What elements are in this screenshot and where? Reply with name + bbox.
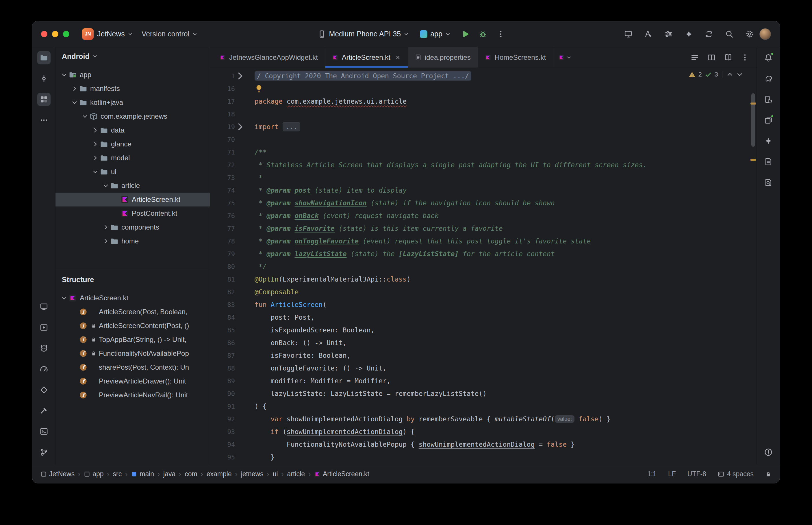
code-text[interactable]: */ (245, 263, 267, 270)
line-number[interactable]: 86 (210, 339, 235, 347)
code-text[interactable]: package com.example.jetnews.ui.article (245, 97, 407, 105)
tree-item-functionalitynotavailablepop[interactable]: fFunctionalityNotAvailablePop (56, 347, 210, 360)
line-number[interactable]: 73 (210, 174, 235, 181)
code-text[interactable]: * Stateless Article Screen that displays… (245, 161, 647, 169)
code-text[interactable]: if (showUnimplementedActionDialog) { (245, 428, 415, 435)
terminal-button[interactable] (37, 425, 50, 438)
line-number[interactable]: 74 (210, 187, 235, 194)
services-button[interactable] (37, 321, 50, 334)
editor-more-button[interactable] (741, 54, 749, 61)
fold-gutter[interactable] (235, 71, 245, 81)
line-number[interactable]: 70 (210, 136, 235, 143)
line-number[interactable]: 19 (210, 123, 235, 131)
breadcrumb-example[interactable]: example (207, 470, 232, 478)
app-inspection-button[interactable] (37, 383, 50, 396)
tree-item-components[interactable]: components (56, 220, 210, 234)
line-number[interactable]: 84 (210, 314, 235, 321)
run-button[interactable] (458, 27, 472, 41)
device-selector[interactable]: Medium Phone API 35 (314, 27, 412, 41)
ai-actions-button[interactable] (641, 27, 655, 41)
structure-button[interactable] (37, 93, 50, 106)
code-text[interactable]: modifier: Modifier = Modifier, (245, 377, 391, 385)
line-number[interactable]: 95 (210, 454, 235, 461)
settings-button[interactable] (743, 27, 756, 41)
previous-problem-icon[interactable] (726, 71, 734, 78)
editor-list-button[interactable] (691, 54, 699, 61)
intention-bulb-icon[interactable] (254, 84, 263, 93)
device-explorer-button[interactable] (762, 93, 775, 106)
breadcrumb-java[interactable]: java (163, 470, 175, 478)
tree-item-topappbar-string-unit[interactable]: fTopAppBar(String, () -> Unit, (56, 333, 210, 347)
line-number[interactable]: 81 (210, 276, 235, 283)
tree-item-articlescreencontent-post[interactable]: fArticleScreenContent(Post, () (56, 319, 210, 333)
tab-articlescreen-kt[interactable]: ArticleScreen.kt (325, 47, 408, 68)
code-text[interactable]: * @param showNavigationIcon (state) if t… (245, 199, 555, 207)
breadcrumb-ui[interactable]: ui (273, 470, 278, 478)
app-quality-insights-button[interactable] (762, 155, 775, 168)
problems-button[interactable] (762, 446, 775, 459)
project-folder-button[interactable] (37, 51, 50, 64)
tree-item-article[interactable]: article (56, 179, 210, 193)
write-access-lock[interactable] (765, 471, 771, 477)
indent-config[interactable]: 4 spaces (718, 470, 754, 478)
profiler-button[interactable] (37, 362, 50, 376)
line-number[interactable]: 71 (210, 149, 235, 156)
code-text[interactable]: FunctionalityNotAvailablePopup { showUni… (245, 441, 575, 448)
tab-homescreens-kt[interactable]: HomeScreens.kt (478, 47, 553, 68)
line-number[interactable]: 79 (210, 250, 235, 258)
search-everywhere-button[interactable] (722, 27, 736, 41)
tree-item-kotlin-java[interactable]: kotlin+java (56, 95, 210, 109)
warning-stripe-mark[interactable] (751, 103, 756, 105)
app-menu-button[interactable]: JetNews (94, 27, 136, 41)
tree-item-ui[interactable]: ui (56, 165, 210, 179)
breadcrumb-articlescreen-kt[interactable]: ArticleScreen.kt (314, 470, 369, 478)
code-text[interactable]: var showUnimplementedActionDialog by rem… (245, 415, 610, 423)
running-devices-button[interactable] (762, 114, 775, 127)
code-text[interactable]: import ... (245, 122, 300, 131)
documentation-button[interactable] (724, 54, 732, 61)
profile-avatar[interactable] (759, 28, 771, 40)
breadcrumb-src[interactable]: src (113, 470, 122, 478)
breadcrumb-jetnews[interactable]: JetNews (41, 470, 75, 478)
more-tool-windows-button[interactable] (37, 114, 50, 127)
tree-item-sharepost-post-context-un[interactable]: fsharePost(Post, Context): Un (56, 360, 210, 374)
file-encoding[interactable]: UTF-8 (688, 470, 706, 478)
code-text[interactable]: fun ArticleScreen( (245, 301, 326, 309)
code-text[interactable]: isExpandedScreen: Boolean, (245, 326, 374, 334)
code-text[interactable]: * @param post (state) item to display (245, 186, 407, 194)
line-number[interactable]: 94 (210, 441, 235, 448)
breadcrumb-app[interactable]: app (84, 470, 103, 478)
line-number[interactable]: 75 (210, 199, 235, 207)
zoom-window-button[interactable] (63, 31, 69, 37)
code-text[interactable] (245, 84, 265, 93)
breadcrumb-article[interactable]: article (287, 470, 305, 478)
code-text[interactable]: * @param isFavorite (state) is this item… (245, 225, 503, 232)
code-text[interactable]: onToggleFavorite: () -> Unit, (245, 364, 387, 372)
line-number[interactable]: 93 (210, 428, 235, 435)
line-number[interactable]: 80 (210, 263, 235, 270)
caret-position[interactable]: 1:1 (647, 470, 656, 478)
code-text[interactable]: lazyListState: LazyListState = rememberL… (245, 390, 487, 397)
minimize-window-button[interactable] (52, 31, 58, 37)
line-separator[interactable]: LF (668, 470, 676, 478)
version-control-button[interactable] (37, 446, 50, 459)
gemini-button[interactable] (762, 134, 775, 148)
view-options-button[interactable] (662, 27, 676, 41)
line-number[interactable]: 1 (210, 73, 235, 80)
tree-item-glance[interactable]: glance (56, 137, 210, 151)
hidden-tabs-dropdown[interactable] (553, 47, 577, 68)
code-text[interactable]: @Composable (245, 288, 298, 296)
project-view-header[interactable]: Android (56, 47, 210, 65)
line-number[interactable]: 18 (210, 110, 235, 118)
line-number[interactable]: 82 (210, 288, 235, 296)
tree-item-postcontent-kt[interactable]: PostContent.kt (56, 207, 210, 220)
code-text[interactable]: * (245, 174, 263, 181)
tab-idea-properties[interactable]: idea.properties (408, 47, 478, 68)
line-number[interactable]: 85 (210, 327, 235, 334)
warning-stripe-mark[interactable] (751, 159, 756, 161)
more-run-actions-button[interactable] (494, 27, 508, 41)
debug-button[interactable] (476, 27, 490, 41)
line-number[interactable]: 78 (210, 238, 235, 245)
code-text[interactable]: post: Post, (245, 314, 315, 321)
find-usages-button[interactable] (762, 176, 775, 189)
